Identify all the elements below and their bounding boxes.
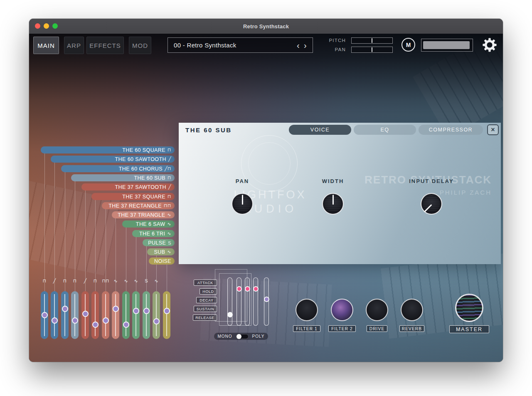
slider-handle[interactable] [227,312,233,317]
layer-label: THE 37 SQUARE [122,194,165,200]
watermark-author: PHILIP ZACH [317,189,492,196]
layer-bar-pulse[interactable]: PULSES [143,239,175,246]
tab-main[interactable]: MAIN [33,37,59,54]
preset-next-icon[interactable]: › [304,41,307,50]
mixer-fader[interactable] [143,291,150,339]
slider-handle[interactable] [264,297,269,302]
fader-handle[interactable] [123,322,129,328]
layer-label: THE 60 SUB [134,175,165,181]
pitch-slider[interactable] [351,37,393,44]
fader-handle[interactable] [113,306,119,312]
attack-slider[interactable] [227,277,232,326]
gear-icon [483,38,497,52]
drive-knob[interactable] [366,299,388,321]
settings-button[interactable] [483,38,497,52]
fader-handle[interactable] [143,308,150,314]
saw-wave-icon: ∿ [167,221,171,227]
poly-mode-label[interactable]: POLY [252,334,265,339]
layer-connector-line [75,181,75,291]
close-window-button[interactable] [35,23,40,29]
mono-button[interactable]: M [401,38,415,52]
layer-bar-the37-rectangle[interactable]: THE 37 RECTANGLE⊓⊓ [102,202,175,209]
fader-handle[interactable] [42,312,48,318]
layer-bar-the60-sub[interactable]: THE 60 SUB⊓ [71,174,175,181]
tab-voice[interactable]: VOICE [289,125,351,135]
hold-label: HOLD [200,288,217,295]
filter1-knob[interactable] [296,299,318,321]
preset-prev-icon[interactable]: ‹ [297,41,300,50]
fader-handle[interactable] [92,322,99,328]
mixer-fader[interactable] [41,291,48,339]
layer-bar-the60-sawtooth[interactable]: THE 60 SAWTOOTH╱ [51,156,175,163]
layer-label: THE 60 SQUARE [122,147,165,153]
decay-slider[interactable] [245,277,250,326]
output-level-slider[interactable] [421,39,473,52]
slider-handle[interactable] [253,286,259,292]
tab-arp[interactable]: ARP [64,37,84,54]
fader-handle[interactable] [52,317,58,324]
layer-connector-line [146,246,147,291]
output-level-fill [423,41,470,49]
filter2-knob[interactable] [331,299,353,321]
close-panel-button[interactable]: × [487,124,499,135]
slider-handle[interactable] [236,286,242,292]
width-knob[interactable] [322,193,344,215]
mixer-fader[interactable] [102,291,109,339]
mixer-fader[interactable] [132,291,140,339]
mono-poly-toggle[interactable] [236,334,249,339]
master-knob[interactable] [455,294,483,322]
release-slider[interactable] [264,277,269,326]
slider-handle[interactable] [245,286,250,292]
layer-bar-the60-square[interactable]: THE 60 SQUARE⊓ [41,146,175,153]
tab-effects[interactable]: EFFECTS [86,37,124,54]
rectangle-wave-icon: ⊓⊓ [164,203,171,208]
layer-bar-the37-sawtooth[interactable]: THE 37 SAWTOOTH╱ [81,183,175,191]
fader-handle[interactable] [82,311,89,317]
preset-selector[interactable]: 00 - Retro Synthstack ‹ › [167,37,313,53]
square-wave-icon: ⊓ [167,194,171,199]
layer-bar-the37-triangle[interactable]: THE 37 TRIANGLE∿ [112,211,175,218]
mixer-fader[interactable] [163,291,170,339]
layer-bar-sub[interactable]: SUB∿ [147,248,175,255]
triangle-wave-icon: ∿ [121,278,131,284]
tab-eq[interactable]: EQ [354,125,416,135]
mixer-fader[interactable] [51,291,58,339]
layer-connector-line [85,191,86,291]
minimize-window-button[interactable] [44,23,49,29]
fader-handle[interactable] [133,308,139,314]
fader-handle[interactable] [153,318,160,324]
mixer-fader[interactable] [81,291,89,339]
layer-bar-noise[interactable]: NOISE [149,257,175,265]
window-titlebar[interactable]: Retro Synthstack [29,19,503,34]
layer-bar-the37-square[interactable]: THE 37 SQUARE⊓ [91,193,175,200]
layer-bar-the6-saw[interactable]: THE 6 SAW∿ [122,220,175,228]
sustain-slider[interactable] [253,277,258,326]
pan-slider[interactable] [351,47,393,53]
pan-knob[interactable] [232,193,253,215]
mixer-fader[interactable] [61,291,69,339]
input-delay-knob[interactable] [421,193,442,215]
mono-mode-label[interactable]: MONO [217,334,232,339]
layer-label: THE 37 TRIANGLE [118,212,165,218]
zoom-window-button[interactable] [52,23,58,29]
fader-handle[interactable] [72,317,78,324]
mixer-fader[interactable] [71,291,79,339]
toggle-handle[interactable] [236,334,241,339]
mixer-fader[interactable] [91,291,99,339]
mixer-fader[interactable] [112,291,119,339]
preset-name: 00 - Retro Synthstack [174,42,236,49]
fader-handle[interactable] [62,306,68,312]
layer-bar-the60-chorus[interactable]: THE 60 CHORUS╱⊓ [61,165,175,172]
triangle-wave-icon: ∿ [131,278,141,284]
tab-mod[interactable]: MOD [129,37,151,54]
layer-bar-the6-tri[interactable]: THE 6 TRI∿ [132,230,175,237]
mixer-fader[interactable] [122,291,130,339]
input-delay-knob-label: INPUT DELAY [398,178,465,184]
tab-compressor[interactable]: COMPRESSOR [419,125,483,135]
hold-slider[interactable] [236,277,241,326]
fader-handle[interactable] [103,317,109,324]
reverb-knob[interactable] [401,299,423,321]
layer-connector-line [44,153,45,291]
fader-handle[interactable] [164,308,170,314]
mixer-fader[interactable] [153,291,160,339]
